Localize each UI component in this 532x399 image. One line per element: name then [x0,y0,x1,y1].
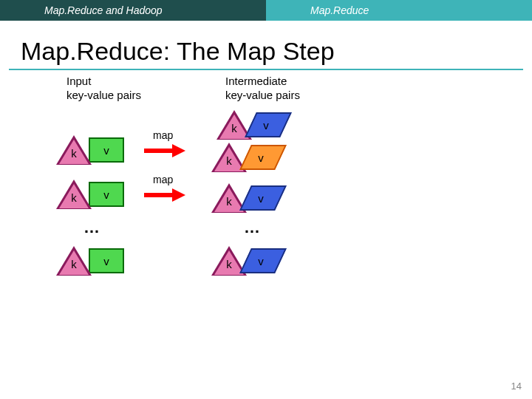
header-bar: Map.Reduce and Hadoop Map.Reduce [0,0,532,21]
value-parallelogram: v [241,185,281,211]
intermediate-pair-1a: k v [218,112,286,138]
value-parallelogram: v [241,145,281,170]
value-parallelogram: v [246,112,286,137]
value-label: v [241,185,281,211]
intermediate-label: Intermediate key-value pairs [225,75,300,103]
key-triangle: k [58,137,90,163]
key-triangle: k [58,181,90,208]
header-left: Map.Reduce and Hadoop [0,0,266,21]
value-parallelogram: v [241,248,281,273]
input-pair-2: k v [58,181,124,208]
intermediate-pair-3: k v [213,248,281,274]
intermediate-ellipsis: … [244,218,260,237]
input-label: Input key-value pairs [66,75,141,103]
map-label-1: map [153,129,173,141]
map-arrow-1 [144,146,185,156]
value-label: v [241,145,281,170]
intermediate-pair-1b: k v [213,144,281,171]
input-pair-3: k v [58,248,124,274]
key-label: k [58,147,90,160]
diagram-area: Input key-value pairs Intermediate key-v… [0,70,532,366]
input-ellipsis: … [83,218,100,237]
page-number: 14 [511,381,522,392]
intermediate-pair-2: k v [213,185,281,211]
value-rect: v [89,182,124,207]
key-label: k [58,258,90,270]
slide-title: Map.Reduce: The Map Step [21,37,532,66]
input-pair-1: k v [58,137,124,163]
header-right: Map.Reduce [266,0,532,21]
map-arrow-2 [144,190,185,200]
value-label: v [246,112,286,137]
map-label-2: map [153,174,173,185]
key-label: k [58,191,90,204]
key-triangle: k [58,248,90,274]
value-label: v [241,248,281,273]
value-rect: v [89,137,124,163]
value-rect: v [89,248,124,273]
